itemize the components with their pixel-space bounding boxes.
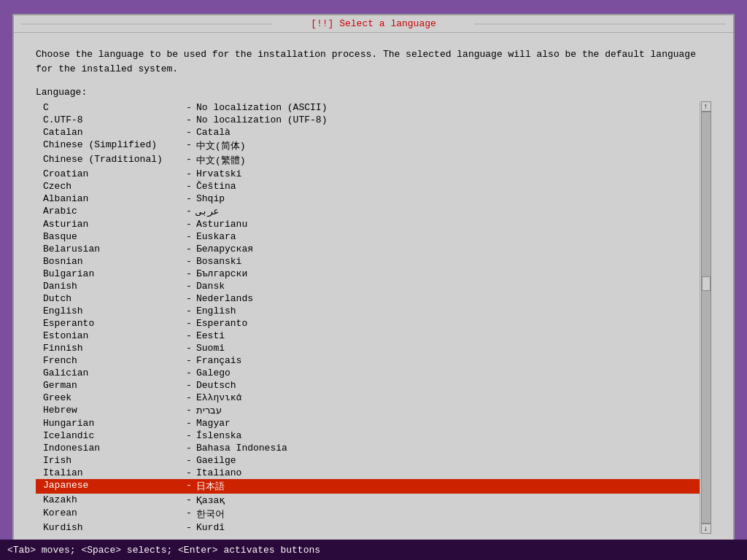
lang-dash: - bbox=[182, 102, 196, 113]
lang-native: Suomi bbox=[196, 343, 700, 354]
list-item[interactable]: C-No localization (ASCII) bbox=[36, 101, 700, 114]
lang-name: Irish bbox=[36, 455, 182, 466]
description: Choose the language to be used for the i… bbox=[36, 47, 711, 76]
list-item[interactable]: Japanese-日本語 bbox=[36, 479, 700, 494]
list-item[interactable]: Icelandic-Íslenska bbox=[36, 429, 700, 442]
lang-dash: - bbox=[182, 494, 196, 506]
list-item[interactable]: Finnish-Suomi bbox=[36, 342, 700, 354]
list-item[interactable]: Korean-한국어 bbox=[36, 507, 700, 521]
list-item[interactable]: Bosnian-Bosanski bbox=[36, 255, 700, 268]
lang-name: Italian bbox=[36, 467, 182, 478]
lang-native: Nederlands bbox=[196, 293, 700, 304]
lang-dash: - bbox=[182, 368, 196, 378]
lang-name: Bulgarian bbox=[36, 268, 182, 279]
list-item[interactable]: Czech-Čeština bbox=[36, 180, 700, 192]
lang-name: Icelandic bbox=[36, 430, 182, 441]
lang-name: Chinese (Simplified) bbox=[36, 139, 182, 152]
lang-name: Croatian bbox=[36, 168, 182, 179]
list-item[interactable]: French-Français bbox=[36, 354, 700, 367]
list-item[interactable]: Italian-Italiano bbox=[36, 467, 700, 479]
lang-dash: - bbox=[182, 318, 196, 329]
lang-native: عربى bbox=[196, 206, 700, 217]
list-item[interactable]: Estonian-Eesti bbox=[36, 330, 700, 342]
lang-name: Albanian bbox=[36, 193, 182, 204]
list-item[interactable]: Kurdish-Kurdî bbox=[36, 521, 700, 534]
list-item[interactable]: Kazakh-Қазақ bbox=[36, 494, 700, 507]
lang-native: 한국어 bbox=[196, 508, 700, 521]
dialog-container: [!!] Select a language Choose the langua… bbox=[12, 14, 735, 546]
list-item[interactable]: Chinese (Traditional)-中文(繁體) bbox=[36, 153, 700, 168]
lang-dash: - bbox=[182, 455, 196, 466]
lang-native: Euskara bbox=[196, 231, 700, 242]
lang-name: Estonian bbox=[36, 330, 182, 341]
list-item[interactable]: C.UTF-8-No localization (UTF-8) bbox=[36, 114, 700, 126]
lang-native: Shqip bbox=[196, 193, 700, 204]
list-item[interactable]: Albanian-Shqip bbox=[36, 192, 700, 205]
list-item[interactable]: Bulgarian-Български bbox=[36, 268, 700, 280]
dialog-title: [!!] Select a language bbox=[311, 18, 436, 29]
language-list[interactable]: C-No localization (ASCII)C.UTF-8-No loca… bbox=[36, 101, 700, 534]
lang-native: Беларуская bbox=[196, 244, 700, 254]
list-item[interactable]: Croatian-Hrvatski bbox=[36, 168, 700, 180]
lang-native: 中文(繁體) bbox=[196, 154, 700, 167]
content-area: Choose the language to be used for the i… bbox=[14, 33, 733, 548]
lang-name: Esperanto bbox=[36, 318, 182, 329]
list-item[interactable]: Greek-Ελληνικά bbox=[36, 392, 700, 404]
scrollbar: ↑ ↓ bbox=[700, 101, 711, 534]
lang-native: Қазақ bbox=[196, 494, 700, 506]
scroll-down-arrow[interactable]: ↓ bbox=[701, 524, 711, 534]
list-item[interactable]: Catalan-Català bbox=[36, 126, 700, 139]
lang-name: C.UTF-8 bbox=[36, 114, 182, 125]
lang-native: Gaeilge bbox=[196, 455, 700, 466]
list-item[interactable]: German-Deutsch bbox=[36, 379, 700, 392]
lang-native: Asturianu bbox=[196, 219, 700, 230]
list-item[interactable]: Dutch-Nederlands bbox=[36, 292, 700, 305]
lang-dash: - bbox=[182, 343, 196, 354]
scroll-track bbox=[701, 112, 711, 524]
lang-name: Kazakh bbox=[36, 494, 182, 506]
lang-native: Galego bbox=[196, 368, 700, 378]
lang-name: Danish bbox=[36, 281, 182, 292]
lang-dash: - bbox=[182, 522, 196, 533]
scroll-thumb[interactable] bbox=[702, 276, 711, 291]
lang-name: Korean bbox=[36, 508, 182, 521]
list-item[interactable]: Galician-Galego bbox=[36, 367, 700, 379]
scroll-up-arrow[interactable]: ↑ bbox=[701, 101, 711, 112]
list-item[interactable]: Esperanto-Esperanto bbox=[36, 317, 700, 330]
lang-dash: - bbox=[182, 281, 196, 292]
list-item[interactable]: Hungarian-Magyar bbox=[36, 417, 700, 429]
lang-name: English bbox=[36, 306, 182, 316]
lang-name: Japanese bbox=[36, 480, 182, 493]
list-item[interactable]: Indonesian-Bahasa Indonesia bbox=[36, 442, 700, 454]
list-item[interactable]: Danish-Dansk bbox=[36, 280, 700, 292]
lang-name: Asturian bbox=[36, 219, 182, 230]
lang-dash: - bbox=[182, 114, 196, 125]
lang-native: Magyar bbox=[196, 418, 700, 429]
list-item[interactable]: Irish-Gaeilge bbox=[36, 454, 700, 467]
lang-name: Basque bbox=[36, 231, 182, 242]
list-item[interactable]: Belarusian-Беларуская bbox=[36, 243, 700, 255]
lang-native: Eesti bbox=[196, 330, 700, 341]
lang-native: 日本語 bbox=[196, 480, 700, 493]
list-item[interactable]: Asturian-Asturianu bbox=[36, 218, 700, 230]
list-container: C-No localization (ASCII)C.UTF-8-No loca… bbox=[36, 101, 711, 534]
lang-dash: - bbox=[182, 330, 196, 341]
lang-native: Bosanski bbox=[196, 256, 700, 267]
lang-dash: - bbox=[182, 268, 196, 279]
list-item[interactable]: Basque-Euskara bbox=[36, 230, 700, 243]
language-label: Language: bbox=[36, 87, 711, 98]
lang-native: No localization (UTF-8) bbox=[196, 114, 700, 125]
list-item[interactable]: Chinese (Simplified)-中文(简体) bbox=[36, 139, 700, 153]
lang-dash: - bbox=[182, 467, 196, 478]
lang-native: Italiano bbox=[196, 467, 700, 478]
lang-name: Czech bbox=[36, 181, 182, 192]
lang-name: Chinese (Traditional) bbox=[36, 154, 182, 167]
lang-dash: - bbox=[182, 168, 196, 179]
list-item[interactable]: Hebrew-עברית bbox=[36, 404, 700, 417]
lang-native: Català bbox=[196, 127, 700, 138]
list-item[interactable]: English-English bbox=[36, 305, 700, 317]
lang-dash: - bbox=[182, 181, 196, 192]
lang-name: Indonesian bbox=[36, 443, 182, 454]
list-item[interactable]: Arabic-عربى bbox=[36, 205, 700, 218]
lang-native: Íslenska bbox=[196, 430, 700, 441]
